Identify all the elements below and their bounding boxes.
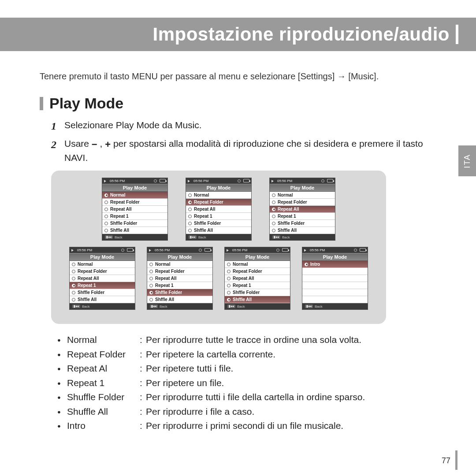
battery-icon (282, 248, 288, 252)
back-icon: ▮◂◂ (227, 305, 235, 308)
status-bar: 05:56 PM (270, 178, 335, 184)
screen-item-label: Repeat 1 (110, 214, 129, 219)
screen-item[interactable]: Repeat Folder (147, 268, 212, 275)
screen-item[interactable]: Repeat All (270, 206, 335, 213)
screen-item-label: Repeat All (155, 276, 177, 281)
screen-item[interactable]: Repeat All (186, 206, 251, 213)
bullet-icon (57, 405, 67, 419)
back-icon: ▮◂◂ (189, 235, 197, 239)
screen-item[interactable]: Repeat Folder (70, 268, 135, 275)
screen-item[interactable]: Normal (102, 192, 167, 199)
screen-item[interactable]: Repeat Folder (225, 268, 290, 275)
screen-item[interactable]: Shffle Folder (186, 220, 251, 227)
status-ring-icon (154, 179, 157, 182)
screen-item[interactable]: Intro (302, 261, 368, 268)
screen-item[interactable]: Repeat 1 (102, 213, 167, 220)
description-row: Shuffle Folder:Per riprodurre tutti i fi… (57, 390, 444, 405)
radio-icon (104, 193, 108, 197)
description-colon: : (140, 405, 146, 419)
screen-item-label: Shffle All (110, 228, 129, 233)
screen-item-label: Normal (110, 193, 125, 197)
radio-icon (72, 291, 75, 294)
battery-icon (327, 179, 333, 182)
screen-item[interactable]: Shffle All (270, 227, 335, 234)
description-row: Repeat 1:Per ripetere un file. (57, 376, 444, 390)
screen-item-empty (302, 282, 368, 289)
description-colon: : (140, 347, 146, 362)
screen-item[interactable]: Repeat Folder (102, 199, 167, 206)
screen-item[interactable]: Normal (186, 192, 251, 199)
screen-item[interactable]: Shffle Folder (270, 220, 335, 227)
screen-item[interactable]: Shffle All (70, 296, 135, 303)
screen-item[interactable]: Shffle Folder (70, 289, 135, 296)
screen-item-label: Normal (155, 262, 170, 267)
radio-icon (188, 229, 192, 232)
screen-item[interactable]: Repeat 1 (70, 282, 135, 289)
screen-list: Intro (302, 261, 368, 303)
screen-item-label: Shffle Folder (155, 290, 182, 295)
radio-icon (227, 284, 231, 287)
description-def: Per ripetere la cartella corrente. (146, 347, 444, 362)
screen-item[interactable]: Repeat All (147, 275, 212, 282)
screen-title: Play Mode (270, 184, 335, 192)
step-2-text: Usare − , + per spostarsi alla modalità … (64, 137, 444, 164)
screen-item[interactable]: Shffle Folder (147, 289, 212, 296)
screen-item-label: Repeat Folder (110, 200, 140, 205)
section-bar-icon (40, 97, 43, 110)
status-bar: 05:56 PM (102, 178, 167, 184)
status-ring-icon (276, 249, 279, 252)
screen-item[interactable]: Repeat All (225, 275, 290, 282)
screen-item[interactable]: Repeat 1 (270, 213, 335, 220)
screen-item[interactable]: Normal (225, 261, 290, 268)
screen-item[interactable]: Repeat All (70, 275, 135, 282)
screen-footer: ▮◂◂Back (302, 303, 368, 309)
description-def: Per riprodurre i primi secondi di un fil… (146, 419, 444, 433)
status-time: 05:56 PM (232, 248, 247, 252)
page-number: 77 (442, 456, 450, 465)
screen-item[interactable]: Normal (70, 261, 135, 268)
status-time: 05:56 PM (193, 179, 208, 183)
radio-icon (72, 263, 75, 266)
plus-icon: + (105, 141, 111, 147)
radio-icon (188, 222, 192, 225)
radio-icon (188, 193, 192, 197)
description-term: Shuffle All (67, 405, 140, 419)
step-1-number: 1 (51, 118, 60, 134)
screen-item[interactable]: Shffle Folder (225, 289, 290, 296)
screen-item[interactable]: Repeat Folder (186, 199, 251, 206)
screen-item[interactable]: Repeat 1 (225, 282, 290, 289)
radio-icon (272, 222, 275, 225)
description-colon: : (140, 361, 146, 376)
screen-item-label: Normal (78, 262, 93, 267)
screen-item[interactable]: Repeat 1 (147, 282, 212, 289)
device-screen: 05:56 PMPlay ModeNormalRepeat FolderRepe… (69, 247, 135, 310)
radio-icon (72, 284, 75, 287)
status-bar: 05:56 PM (302, 247, 368, 253)
back-icon: ▮◂◂ (72, 305, 80, 308)
screen-item-label: Repeat 1 (278, 214, 296, 219)
screen-item[interactable]: Repeat All (102, 206, 167, 213)
description-term: Repeat Folder (67, 347, 140, 362)
screen-item[interactable]: Normal (147, 261, 212, 268)
screen-title: Play Mode (147, 253, 212, 261)
radio-icon (149, 270, 153, 273)
description-term: Normal (67, 333, 140, 347)
screen-item[interactable]: Shffle All (186, 227, 251, 234)
screen-item[interactable]: Shffle All (225, 296, 290, 303)
screen-item[interactable]: Normal (270, 192, 335, 199)
radio-icon (72, 277, 75, 280)
device-screen: 05:56 PMPlay ModeNormalRepeat FolderRepe… (224, 247, 290, 310)
screen-item-label: Normal (194, 193, 209, 197)
status-time: 05:56 PM (277, 179, 292, 183)
status-time: 05:56 PM (77, 248, 92, 252)
screen-item[interactable]: Shffle Folder (102, 220, 167, 227)
screen-item[interactable]: Shffle All (147, 296, 212, 303)
screen-item[interactable]: Repeat Folder (270, 199, 335, 206)
screen-item[interactable]: Repeat 1 (186, 213, 251, 220)
description-def: Per riprodurre tutte le tracce in ordine… (146, 333, 444, 347)
bullet-icon (57, 376, 67, 390)
screen-item-label: Shffle All (278, 228, 297, 233)
device-screen: 05:56 PMPlay ModeNormalRepeat FolderRepe… (102, 178, 168, 241)
radio-icon (104, 222, 108, 225)
screen-item[interactable]: Shffle All (102, 227, 167, 234)
